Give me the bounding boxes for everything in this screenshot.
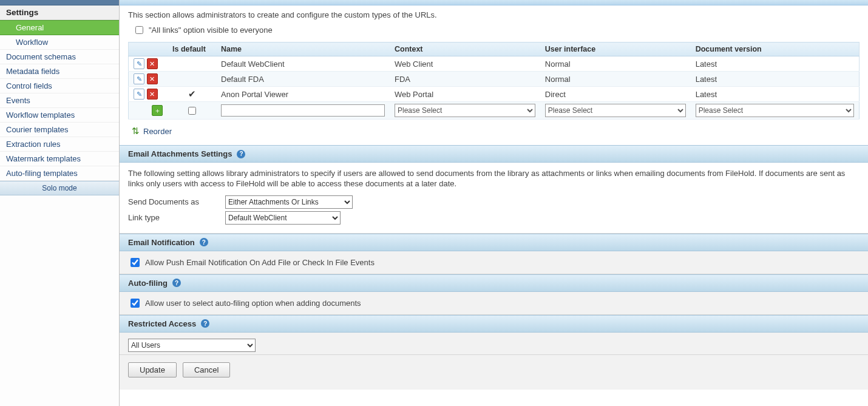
section-title: Restricted Access — [128, 319, 196, 328]
sidebar-item-control-fields[interactable]: Control fields — [0, 79, 119, 93]
help-icon[interactable]: ? — [200, 238, 208, 246]
cell-ui: Normal — [540, 56, 691, 72]
allow-push-label: Allow Push Email Notification On Add Fil… — [145, 258, 375, 267]
sidebar-item-autofiling-templates[interactable]: Auto-filing templates — [0, 166, 119, 181]
cell-name: Default FDA — [216, 72, 390, 87]
new-ui-select[interactable]: Please Select — [545, 104, 686, 117]
link-type-label: Link type — [128, 213, 225, 222]
main-panel: This section allows administrators to cr… — [120, 0, 868, 406]
check-icon: ✔ — [188, 89, 196, 99]
table-row: ✎ ✕ Default FDA FDA Normal Latest — [129, 72, 860, 87]
allow-push-checkbox[interactable] — [131, 258, 140, 267]
send-documents-label: Send Documents as — [128, 197, 225, 206]
allow-autofiling-checkbox[interactable] — [131, 299, 140, 308]
link-type-select[interactable]: Default WebClient — [225, 211, 341, 225]
all-links-checkbox[interactable] — [135, 26, 143, 34]
content: This section allows administrators to cr… — [120, 5, 868, 390]
cell-name: Default WebClient — [216, 56, 390, 72]
section-title: Email Notification — [128, 238, 195, 247]
new-name-input[interactable] — [221, 104, 385, 117]
sidebar-item-label: General — [16, 23, 44, 32]
section-restricted-access-header: Restricted Access ? — [120, 315, 868, 333]
table-row: ✎ ✕ ✔ Anon Portal Viewer Web Portal Dire… — [129, 87, 860, 102]
col-isdefault-header: Is default — [168, 42, 216, 56]
new-isdefault-checkbox[interactable] — [188, 107, 196, 115]
edit-icon[interactable]: ✎ — [134, 89, 144, 100]
help-icon[interactable]: ? — [172, 279, 181, 287]
new-docver-select[interactable]: Please Select — [696, 104, 854, 117]
cell-context: Web Client — [390, 56, 540, 72]
send-documents-row: Send Documents as Either Attachments Or … — [128, 195, 860, 209]
sidebar-item-workflow[interactable]: Workflow — [0, 35, 119, 50]
sidebar-item-label: Metadata fields — [6, 67, 59, 76]
cell-docver: Latest — [691, 87, 860, 102]
sidebar-item-metadata-fields[interactable]: Metadata fields — [0, 64, 119, 79]
sidebar-item-label: Workflow — [16, 38, 48, 47]
section-title: Email Attachments Settings — [128, 149, 232, 158]
help-icon[interactable]: ? — [237, 150, 245, 158]
reorder-label: Reorder — [143, 127, 172, 136]
table-row: ✎ ✕ Default WebClient Web Client Normal … — [129, 56, 860, 72]
cell-context: FDA — [390, 72, 540, 87]
all-links-label: "All links" option visible to everyone — [149, 25, 273, 35]
app-root: Settings General Workflow Document schem… — [0, 0, 868, 406]
cell-isdefault — [168, 56, 216, 72]
cell-docver: Latest — [691, 56, 860, 72]
section-email-attachments-body: The following setting allows library adm… — [120, 163, 868, 234]
cancel-button[interactable]: Cancel — [183, 362, 230, 377]
reorder-link[interactable]: ⇅ Reorder — [120, 123, 868, 145]
sidebar-item-courier-templates[interactable]: Courier templates — [0, 123, 119, 137]
sidebar-item-document-schemas[interactable]: Document schemas — [0, 50, 119, 64]
sidebar-item-watermark-templates[interactable]: Watermark templates — [0, 152, 119, 166]
email-notification-body: Allow Push Email Notification On Add Fil… — [120, 251, 868, 274]
col-actions-header — [129, 42, 168, 56]
new-context-select[interactable]: Please Select — [395, 104, 535, 117]
delete-icon[interactable]: ✕ — [147, 73, 158, 84]
cell-docver: Latest — [691, 72, 860, 87]
cell-ui: Normal — [540, 72, 691, 87]
url-types-table: Is default Name Context User interface D… — [128, 42, 860, 120]
col-name-header: Name — [216, 42, 390, 56]
sidebar-solo-mode[interactable]: Solo mode — [0, 181, 119, 195]
sidebar-item-general[interactable]: General — [0, 20, 119, 35]
sidebar-item-label: Extraction rules — [6, 140, 61, 149]
link-type-row: Link type Default WebClient — [128, 211, 860, 225]
auto-filing-body: Allow user to select auto-filing option … — [120, 292, 868, 315]
cell-context: Web Portal — [390, 87, 540, 102]
reorder-icon: ⇅ — [132, 126, 140, 137]
sidebar-item-label: Watermark templates — [6, 154, 81, 163]
table-row-new: ＋ Please Select Please Select Please Sel… — [129, 102, 860, 120]
sidebar-item-label: Auto-filing templates — [6, 169, 78, 178]
all-links-option-row: "All links" option visible to everyone — [120, 22, 868, 42]
section-auto-filing-header: Auto-filing ? — [120, 274, 868, 292]
email-attachments-description: The following setting allows library adm… — [128, 169, 860, 189]
col-ui-header: User interface — [540, 42, 691, 56]
section-email-notification-header: Email Notification ? — [120, 234, 868, 251]
cell-isdefault: ✔ — [168, 87, 216, 102]
sidebar-item-label: Events — [6, 96, 30, 105]
sidebar-top-strip — [0, 0, 119, 5]
add-icon[interactable]: ＋ — [152, 105, 163, 116]
delete-icon[interactable]: ✕ — [147, 58, 158, 69]
solo-mode-label: Solo mode — [42, 184, 76, 192]
sidebar-item-events[interactable]: Events — [0, 93, 119, 108]
sidebar-item-label: Courier templates — [6, 125, 69, 134]
update-button[interactable]: Update — [128, 362, 177, 377]
action-buttons: Update Cancel — [120, 355, 868, 390]
edit-icon[interactable]: ✎ — [134, 58, 144, 69]
edit-icon[interactable]: ✎ — [134, 73, 144, 84]
sidebar-heading: Settings — [0, 5, 119, 20]
restricted-access-select[interactable]: All Users — [128, 339, 256, 352]
cell-isdefault — [168, 72, 216, 87]
allow-autofiling-label: Allow user to select auto-filing option … — [145, 299, 361, 308]
col-context-header: Context — [390, 42, 540, 56]
sidebar: Settings General Workflow Document schem… — [0, 0, 120, 406]
sidebar-item-workflow-templates[interactable]: Workflow templates — [0, 108, 119, 123]
help-icon[interactable]: ? — [201, 319, 209, 328]
col-docver-header: Document version — [691, 42, 860, 56]
send-documents-select[interactable]: Either Attachments Or Links — [225, 195, 353, 209]
sidebar-item-label: Control fields — [6, 81, 52, 90]
sidebar-item-extraction-rules[interactable]: Extraction rules — [0, 137, 119, 152]
delete-icon[interactable]: ✕ — [147, 89, 158, 100]
restricted-access-body: All Users — [120, 333, 868, 355]
